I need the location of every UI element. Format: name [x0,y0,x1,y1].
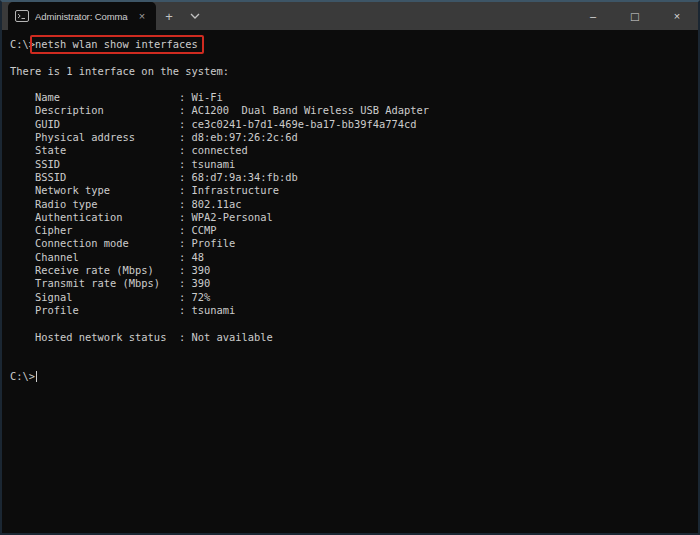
info-row-profile: Profiletsunami [10,304,698,317]
prompt-text: C:\> [10,370,35,382]
command-prompt-icon [15,10,29,22]
tab-dropdown-button[interactable] [182,2,208,30]
info-row-physical-address: Physical addressd8:eb:97:26:2c:6d [10,131,698,144]
info-row-bssid: BSSID68:d7:9a:34:fb:db [10,171,698,184]
info-row-guid: GUIDce3c0241-b7d1-469e-ba17-bb39f4a774cd [10,118,698,131]
info-row-cipher: CipherCCMP [10,224,698,237]
prompt-line[interactable]: C:\> [10,370,698,383]
blank-line [10,357,698,370]
info-row-ssid: SSIDtsunami [10,158,698,171]
tab-close-button[interactable]: × [134,8,150,24]
close-button[interactable]: × [656,2,698,30]
info-row-receive-rate: Receive rate (Mbps)390 [10,264,698,277]
blank-line [10,317,698,330]
info-row-channel: Channel48 [10,251,698,264]
info-row-radio-type: Radio type802.11ac [10,198,698,211]
terminal-output[interactable]: C:\>netsh wlan show interfaces There is … [2,30,698,533]
tab-admin-command-prompt[interactable]: Administrator: Command Prompt × [8,2,156,30]
text-cursor [36,371,37,382]
maximize-button[interactable]: □ [614,2,656,30]
terminal-window: Administrator: Command Prompt × + – □ × … [0,0,700,535]
hosted-network-row: Hosted network statusNot available [10,331,698,344]
info-row-authentication: AuthenticationWPA2-Personal [10,211,698,224]
command-highlight-box: netsh wlan show interfaces [30,35,204,54]
command-line: C:\>netsh wlan show interfaces [10,38,698,51]
info-row-signal: Signal72% [10,291,698,304]
info-row-transmit-rate: Transmit rate (Mbps)390 [10,277,698,290]
chevron-down-icon [190,13,200,19]
info-row-description: DescriptionAC1200 Dual Band Wireless USB… [10,104,698,117]
intro-line: There is 1 interface on the system: [10,65,698,78]
titlebar[interactable]: Administrator: Command Prompt × + – □ × [2,2,698,30]
info-row-connection-mode: Connection modeProfile [10,237,698,250]
titlebar-drag-area[interactable] [208,2,572,30]
tab-title: Administrator: Command Prompt [35,11,128,22]
info-row-state: Stateconnected [10,144,698,157]
command-text: netsh wlan show interfaces [35,38,198,50]
blank-line [10,344,698,357]
info-row-network-type: Network typeInfrastructure [10,184,698,197]
new-tab-button[interactable]: + [156,2,182,30]
minimize-button[interactable]: – [572,2,614,30]
info-row-name: NameWi-Fi [10,91,698,104]
blank-line [10,78,698,91]
